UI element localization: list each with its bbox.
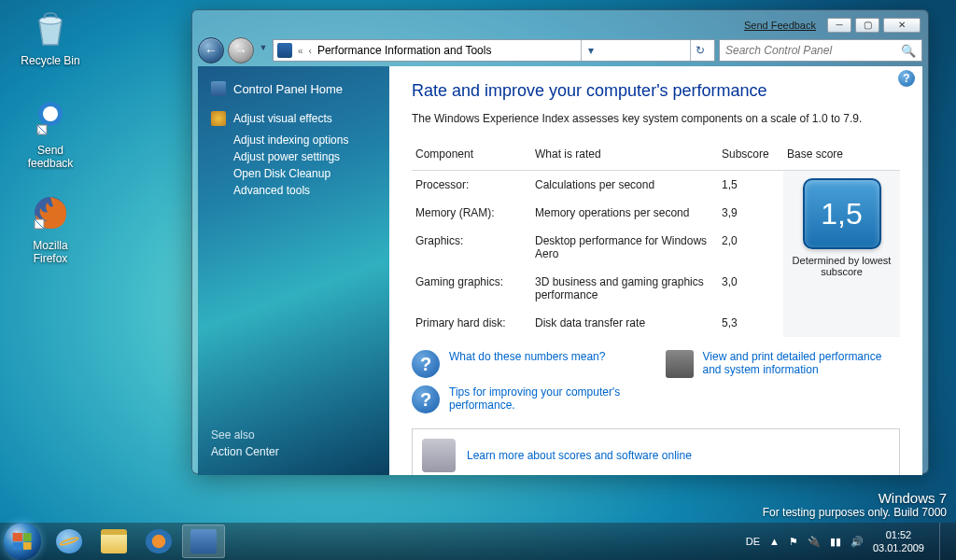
forward-button[interactable]: → bbox=[228, 37, 254, 63]
main-content: ? Rate and improve your computer's perfo… bbox=[389, 66, 922, 475]
address-bar[interactable]: « ‹ Performance Information and Tools ▾ … bbox=[273, 39, 715, 62]
show-desktop-button[interactable] bbox=[939, 523, 949, 560]
tray-volume-icon[interactable]: 🔊 bbox=[851, 536, 864, 548]
explorer-window: Send Feedback ─ ▢ ✕ ← → ▼ « ‹ Performanc… bbox=[191, 9, 929, 474]
svg-point-2 bbox=[43, 106, 58, 121]
tray-language[interactable]: DE bbox=[746, 536, 760, 547]
disc-icon bbox=[422, 439, 456, 472]
maximize-button[interactable]: ▢ bbox=[855, 18, 879, 33]
link-what-numbers-mean[interactable]: What do these numbers mean? bbox=[449, 350, 605, 363]
start-button[interactable] bbox=[4, 523, 41, 560]
taskbar-performance-info[interactable] bbox=[182, 525, 225, 558]
col-base: Base score bbox=[783, 142, 900, 171]
tray-show-hidden-icons[interactable]: ▲ bbox=[769, 536, 780, 547]
breadcrumb-title[interactable]: Performance Information and Tools bbox=[317, 44, 492, 57]
sidebar-adjust-visual-effects[interactable]: Adjust visual effects bbox=[198, 107, 389, 130]
desktop-icon-label: Recycle Bin bbox=[15, 54, 86, 67]
question-icon: ? bbox=[412, 385, 440, 413]
intro-text: The Windows Experience Index assesses ke… bbox=[412, 112, 900, 125]
desktop-icon-label: Mozilla Firefox bbox=[15, 239, 86, 265]
sidebar: Control Panel Home Adjust visual effects… bbox=[198, 66, 389, 475]
media-player-icon bbox=[146, 529, 172, 553]
control-panel-icon bbox=[277, 43, 292, 58]
nav-history-dropdown[interactable]: ▼ bbox=[258, 43, 269, 58]
shield-icon bbox=[211, 111, 226, 126]
send-feedback-link[interactable]: Send Feedback bbox=[744, 20, 816, 31]
taskbar: DE ▲ ⚑ 🔌 ▮▮ 🔊 01:52 03.01.2009 bbox=[0, 523, 956, 560]
close-button[interactable]: ✕ bbox=[883, 18, 921, 33]
link-tips[interactable]: Tips for improving your computer's perfo… bbox=[449, 385, 647, 412]
learn-more-box: Learn more about scores and software onl… bbox=[412, 428, 900, 475]
sidebar-advanced-tools[interactable]: Advanced tools bbox=[198, 184, 389, 197]
wei-table: Component What is rated Subscore Base sc… bbox=[412, 142, 900, 337]
system-tray: DE ▲ ⚑ 🔌 ▮▮ 🔊 01:52 03.01.2009 bbox=[746, 523, 952, 560]
sidebar-control-panel-home[interactable]: Control Panel Home bbox=[198, 77, 389, 100]
base-score-badge: 1,5 bbox=[803, 178, 881, 249]
control-panel-task-icon bbox=[190, 529, 217, 553]
col-subscore: Subscore bbox=[718, 142, 783, 171]
col-rated: What is rated bbox=[531, 142, 718, 171]
refresh-button[interactable]: ↻ bbox=[690, 40, 710, 61]
see-also-action-center[interactable]: Action Center bbox=[211, 445, 279, 458]
breadcrumb-chevron[interactable]: « bbox=[298, 46, 303, 56]
table-row: Processor: Calculations per second 1,5 1… bbox=[412, 171, 900, 200]
back-button[interactable]: ← bbox=[198, 37, 224, 63]
col-component: Component bbox=[412, 142, 531, 171]
page-heading: Rate and improve your computer's perform… bbox=[412, 81, 900, 101]
sidebar-open-disk-cleanup[interactable]: Open Disk Cleanup bbox=[198, 167, 389, 180]
titlebar[interactable]: Send Feedback ─ ▢ ✕ bbox=[198, 16, 922, 35]
firefox-icon bbox=[28, 190, 73, 235]
see-also-header: See also bbox=[211, 428, 279, 441]
base-score-caption: Determined by lowest subscore bbox=[787, 255, 896, 277]
feedback-icon bbox=[28, 95, 73, 140]
address-dropdown[interactable]: ▾ bbox=[581, 40, 601, 61]
desktop-icon-send-feedback[interactable]: Send feedback bbox=[15, 95, 86, 170]
tray-clock[interactable]: 01:52 03.01.2009 bbox=[873, 528, 924, 555]
desktop-icon-firefox[interactable]: Mozilla Firefox bbox=[15, 190, 86, 265]
printer-icon bbox=[666, 350, 694, 378]
help-button[interactable]: ? bbox=[898, 70, 915, 87]
minimize-button[interactable]: ─ bbox=[827, 18, 851, 33]
link-view-print[interactable]: View and print detailed performance and … bbox=[703, 350, 901, 376]
desktop-icon-label: Send feedback bbox=[15, 144, 86, 170]
recycle-bin-icon bbox=[28, 6, 73, 50]
folder-icon bbox=[101, 529, 127, 553]
link-learn-more[interactable]: Learn more about scores and software onl… bbox=[467, 449, 692, 462]
search-box[interactable]: 🔍 bbox=[719, 39, 922, 62]
toolbar: ← → ▼ « ‹ Performance Information and To… bbox=[198, 36, 922, 64]
taskbar-ie[interactable] bbox=[48, 525, 91, 558]
tray-power-icon[interactable]: 🔌 bbox=[808, 536, 821, 548]
tray-network-icon[interactable]: ▮▮ bbox=[830, 536, 841, 548]
sidebar-adjust-indexing[interactable]: Adjust indexing options bbox=[198, 133, 389, 147]
search-icon[interactable]: 🔍 bbox=[901, 44, 916, 58]
breadcrumb-chevron[interactable]: ‹ bbox=[309, 46, 312, 56]
search-input[interactable] bbox=[725, 44, 901, 57]
taskbar-media-player[interactable] bbox=[137, 525, 180, 558]
desktop-watermark: Windows 7 For testing purposes only. Bui… bbox=[763, 490, 947, 519]
taskbar-explorer[interactable] bbox=[92, 525, 135, 558]
desktop-icon-recycle-bin[interactable]: Recycle Bin bbox=[15, 6, 86, 67]
tray-flag-icon[interactable]: ⚑ bbox=[789, 536, 798, 548]
question-icon: ? bbox=[412, 350, 440, 378]
windows-logo-icon bbox=[13, 533, 32, 551]
home-icon bbox=[211, 81, 226, 96]
ie-icon bbox=[56, 529, 82, 553]
sidebar-adjust-power[interactable]: Adjust power settings bbox=[198, 150, 389, 163]
svg-point-0 bbox=[39, 17, 62, 24]
